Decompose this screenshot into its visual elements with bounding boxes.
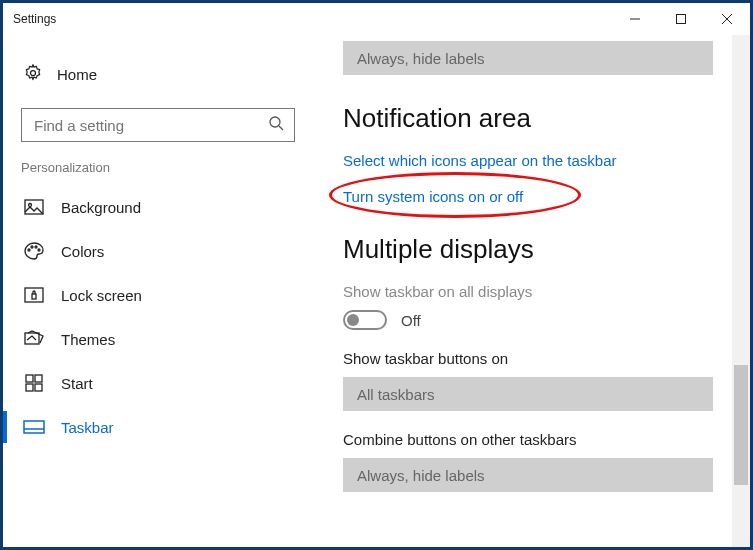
svg-rect-13 [25,288,43,302]
svg-rect-18 [26,384,33,391]
svg-rect-14 [32,294,36,299]
sidebar-item-themes[interactable]: Themes [21,317,295,361]
show-all-label: Show taskbar on all displays [343,283,720,300]
svg-point-9 [28,249,30,251]
window-title: Settings [13,12,56,26]
titlebar: Settings [3,3,750,35]
combine-combo[interactable]: Always, hide labels [343,458,713,492]
close-button[interactable] [704,3,750,35]
combo-value: Always, hide labels [357,467,485,484]
search-box[interactable] [21,108,295,142]
multiple-heading: Multiple displays [343,234,720,265]
taskbar-icon [23,420,45,434]
sidebar-item-label: Taskbar [61,419,114,436]
sidebar-item-background[interactable]: Background [21,185,295,229]
sidebar-item-label: Colors [61,243,104,260]
svg-rect-20 [24,421,44,433]
svg-point-12 [38,249,40,251]
svg-point-8 [29,204,32,207]
svg-rect-19 [35,384,42,391]
home-label: Home [57,66,97,83]
lockscreen-icon [23,287,45,303]
svg-rect-1 [677,15,686,24]
svg-rect-17 [35,375,42,382]
combo-value: All taskbars [357,386,435,403]
svg-point-10 [31,246,33,248]
settings-window: Settings Home [0,0,753,550]
home-nav[interactable]: Home [21,55,295,100]
sidebar-item-start[interactable]: Start [21,361,295,405]
sidebar-item-taskbar[interactable]: Taskbar [21,405,295,449]
start-icon [23,374,45,392]
sidebar-item-label: Lock screen [61,287,142,304]
link-system-icons[interactable]: Turn system icons on or off [343,188,523,205]
svg-rect-16 [26,375,33,382]
show-all-toggle[interactable]: Off [343,310,720,330]
search-input[interactable] [32,116,268,135]
search-icon [268,115,284,135]
combine-label: Combine buttons on other taskbars [343,431,720,448]
gear-icon [23,63,43,86]
show-buttons-combo[interactable]: All taskbars [343,377,713,411]
sidebar-item-label: Themes [61,331,115,348]
toggle-track [343,310,387,330]
combine-combo-top[interactable]: Always, hide labels [343,41,713,75]
section-label: Personalization [21,160,295,175]
notification-heading: Notification area [343,103,720,134]
picture-icon [23,199,45,215]
combo-value: Always, hide labels [357,50,485,67]
sidebar-item-label: Background [61,199,141,216]
content-pane: Always, hide labels Notification area Se… [313,35,750,547]
sidebar-item-label: Start [61,375,93,392]
svg-point-4 [31,71,36,76]
link-select-icons[interactable]: Select which icons appear on the taskbar [343,152,617,169]
svg-rect-15 [25,333,39,344]
scrollbar-thumb[interactable] [734,365,748,485]
svg-line-6 [279,126,283,130]
maximize-button[interactable] [658,3,704,35]
show-buttons-label: Show taskbar buttons on [343,350,720,367]
toggle-state: Off [401,312,421,329]
svg-point-5 [270,117,280,127]
sidebar-item-lockscreen[interactable]: Lock screen [21,273,295,317]
sidebar-item-colors[interactable]: Colors [21,229,295,273]
themes-icon [23,330,45,348]
scrollbar[interactable] [732,35,750,547]
palette-icon [23,242,45,260]
minimize-button[interactable] [612,3,658,35]
sidebar: Home Personalization Background [3,35,313,547]
svg-point-11 [35,246,37,248]
